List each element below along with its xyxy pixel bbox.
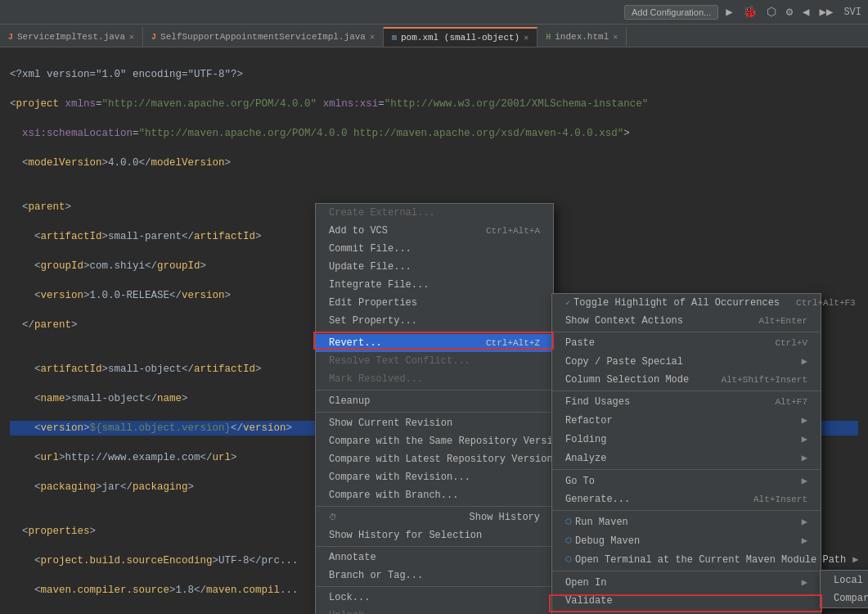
menu-annotate[interactable]: Annotate bbox=[316, 549, 553, 567]
menu-copy-paste-special[interactable]: Copy / Paste Special ▶ bbox=[552, 352, 821, 371]
maven-icon: ⬡ bbox=[565, 517, 572, 526]
rsep-6 bbox=[552, 612, 821, 612]
tab-label: ServiceImplTest.java bbox=[17, 32, 125, 42]
sep-6 bbox=[316, 586, 553, 587]
tab-close-icon[interactable]: ✕ bbox=[129, 32, 134, 42]
menu-validate[interactable]: Validate bbox=[552, 592, 821, 610]
arrow-icon-3: ▶ bbox=[802, 433, 807, 445]
sep-4 bbox=[316, 506, 553, 507]
tab-serviceimpltest[interactable]: J ServiceImplTest.java ✕ bbox=[0, 27, 143, 47]
menu-find-usages[interactable]: Find Usages Alt+F7 bbox=[552, 393, 821, 411]
sep-1 bbox=[316, 332, 553, 332]
toggle-icon: ✓ bbox=[565, 298, 570, 308]
menu-debug-maven[interactable]: ⬡ Debug Maven ▶ bbox=[552, 531, 821, 550]
play-icon[interactable]: ▶ bbox=[723, 3, 735, 20]
menu-open-in[interactable]: Open In ▶ bbox=[552, 573, 821, 592]
tab-selfsupport[interactable]: J SelfSupportAppointmentServiceImpl.java… bbox=[143, 27, 384, 47]
tab-pom[interactable]: m pom.xml (small-object) ✕ bbox=[384, 27, 537, 47]
menu-paste[interactable]: Paste Ctrl+V bbox=[552, 334, 821, 352]
tab-label-3: pom.xml (small-object) bbox=[401, 33, 519, 43]
build-icon[interactable]: ⚙ bbox=[784, 3, 795, 20]
tab-indexhtml[interactable]: H index.html ✕ bbox=[537, 27, 627, 47]
menu-column-selection[interactable]: Column Selection Mode Alt+Shift+Insert bbox=[552, 371, 821, 389]
java-icon-2: J bbox=[151, 33, 156, 42]
arrow-icon-5: ▶ bbox=[802, 475, 807, 487]
submenu-compare-clipboard[interactable]: Compare with Clipboard bbox=[821, 589, 868, 607]
arrow-icon-8: ▶ bbox=[852, 553, 858, 566]
menu-branch-tag[interactable]: Branch or Tag... bbox=[316, 567, 553, 585]
menu-compare-latest-repo[interactable]: Compare with Latest Repository Version bbox=[316, 450, 553, 468]
submenu-local-history: Local History ▶ Compare with Clipboard bbox=[820, 570, 868, 608]
run-forward-icon[interactable]: ▶▶ bbox=[817, 3, 836, 20]
menu-refactor[interactable]: Refactor ▶ bbox=[552, 411, 821, 430]
menu-lock[interactable]: Lock... bbox=[316, 589, 553, 607]
clock-icon: ⏱ bbox=[329, 512, 337, 522]
menu-show-history-selection[interactable]: Show History for Selection bbox=[316, 526, 553, 544]
tab-label-4: index.html bbox=[555, 32, 609, 42]
menu-open-terminal-maven[interactable]: ⬡ Open Terminal at the Current Maven Mod… bbox=[552, 550, 821, 569]
sep-2 bbox=[316, 390, 553, 391]
tabs-bar: J ServiceImplTest.java ✕ J SelfSupportAp… bbox=[0, 25, 868, 47]
terminal-maven-icon: ⬡ bbox=[565, 555, 572, 564]
menu-set-property[interactable]: Set Property... bbox=[316, 312, 553, 330]
context-menu-right: ✓ Toggle Highlight of All Occurrences Ct… bbox=[551, 293, 821, 614]
tab-close-icon-3[interactable]: ✕ bbox=[524, 33, 528, 43]
menu-show-current-revision[interactable]: Show Current Revision bbox=[316, 414, 553, 432]
menu-revert[interactable]: Revert... Ctrl+Alt+Z bbox=[316, 334, 553, 352]
rsep-4 bbox=[552, 510, 821, 511]
menu-mark-resolved[interactable]: Mark Resolved... bbox=[316, 370, 553, 388]
run-back-icon[interactable]: ◀ bbox=[800, 3, 812, 20]
sep-3 bbox=[316, 412, 553, 413]
menu-compare-same-repo[interactable]: Compare with the Same Repository Version bbox=[316, 432, 553, 450]
menu-resolve-conflict[interactable]: Resolve Text Conflict... bbox=[316, 352, 553, 370]
tab-label-2: SelfSupportAppointmentServiceImpl.java bbox=[160, 32, 366, 42]
arrow-icon-4: ▶ bbox=[802, 452, 807, 464]
menu-analyze[interactable]: Analyze ▶ bbox=[552, 449, 821, 467]
menu-run-maven[interactable]: ⬡ Run Maven ▶ bbox=[552, 512, 821, 531]
menu-folding[interactable]: Folding ▶ bbox=[552, 430, 821, 449]
menu-generate[interactable]: Generate... Alt+Insert bbox=[552, 490, 821, 508]
rsep-1 bbox=[552, 332, 821, 332]
menu-integrate-file[interactable]: Integrate File... bbox=[316, 276, 553, 294]
java-icon: J bbox=[8, 33, 13, 42]
editor-area: <?xml version="1.0" encoding="UTF-8"?> <… bbox=[0, 47, 868, 614]
menu-unlock[interactable]: Unlock bbox=[316, 607, 553, 614]
tab-close-icon-2[interactable]: ✕ bbox=[370, 32, 375, 42]
sep-5 bbox=[316, 546, 553, 547]
coverage-icon[interactable]: ⬡ bbox=[764, 3, 779, 20]
arrow-icon-9: ▶ bbox=[802, 576, 807, 589]
menu-show-context-actions[interactable]: Show Context Actions Alt+Enter bbox=[552, 312, 821, 330]
menu-add-vcs[interactable]: Add to VCS Ctrl+Alt+A bbox=[316, 222, 553, 240]
menu-goto[interactable]: Go To ▶ bbox=[552, 472, 821, 490]
html-icon: H bbox=[546, 33, 551, 42]
menu-cleanup[interactable]: Cleanup bbox=[316, 392, 553, 410]
ide-label: SVI bbox=[843, 7, 861, 18]
arrow-icon: ▶ bbox=[802, 355, 807, 368]
context-menu-left: Create External... Add to VCS Ctrl+Alt+A… bbox=[315, 203, 554, 614]
debug-icon[interactable]: 🐞 bbox=[740, 3, 759, 20]
menu-edit-properties[interactable]: Edit Properties bbox=[316, 294, 553, 312]
menu-toggle-highlight[interactable]: ✓ Toggle Highlight of All Occurrences Ct… bbox=[552, 294, 821, 312]
rsep-2 bbox=[552, 391, 821, 391]
add-configuration-button[interactable]: Add Configuration... bbox=[624, 5, 718, 20]
menu-commit-file[interactable]: Commit File... bbox=[316, 240, 553, 258]
submenu-local-history-item[interactable]: Local History ▶ bbox=[821, 571, 868, 589]
menu-show-history[interactable]: ⏱ Show History bbox=[316, 508, 553, 526]
menu-update-file[interactable]: Update File... bbox=[316, 258, 553, 276]
menu-compare-revision[interactable]: Compare with Revision... bbox=[316, 468, 553, 486]
menu-create-external[interactable]: Create External... bbox=[316, 204, 553, 222]
maven-debug-icon: ⬡ bbox=[565, 536, 572, 545]
arrow-icon-7: ▶ bbox=[802, 535, 807, 547]
arrow-icon-6: ▶ bbox=[802, 516, 807, 528]
arrow-icon-2: ▶ bbox=[802, 414, 807, 427]
menu-compare-branch[interactable]: Compare with Branch... bbox=[316, 486, 553, 504]
rsep-3 bbox=[552, 469, 821, 470]
xml-icon: m bbox=[392, 34, 397, 43]
rsep-5 bbox=[552, 571, 821, 571]
tab-close-icon-4[interactable]: ✕ bbox=[613, 32, 618, 42]
toolbar: Add Configuration... ▶ 🐞 ⬡ ⚙ ◀ ▶▶ SVI bbox=[0, 0, 868, 25]
